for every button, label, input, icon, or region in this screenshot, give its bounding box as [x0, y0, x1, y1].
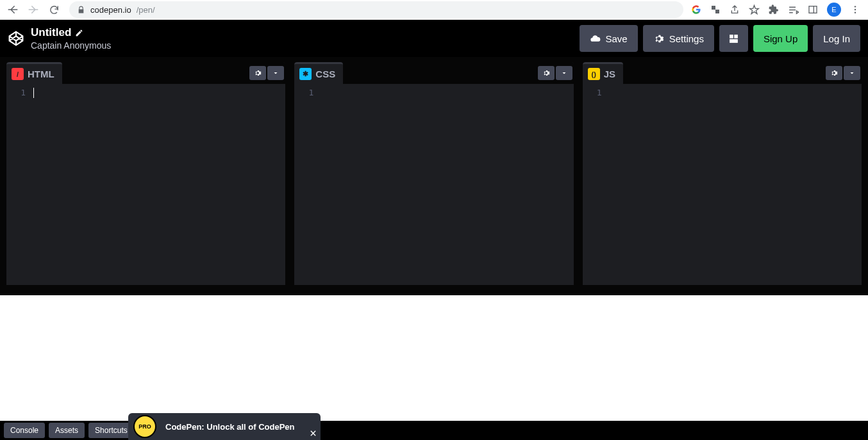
- code-area[interactable]: [32, 88, 285, 285]
- gear-icon: [830, 69, 838, 77]
- svg-rect-6: [734, 35, 738, 38]
- shortcuts-button[interactable]: Shortcuts: [88, 423, 134, 438]
- signup-button[interactable]: Sign Up: [753, 25, 808, 52]
- address-bar[interactable]: codepen.io/pen/: [69, 1, 683, 18]
- reload-button[interactable]: [46, 2, 62, 17]
- url-host: codepen.io: [90, 5, 131, 15]
- star-icon[interactable]: [749, 4, 760, 15]
- pane-lang-label: HTML: [28, 69, 54, 79]
- translate-icon[interactable]: [710, 4, 721, 15]
- editor-row: / HTML 1 ✱ CSS: [0, 57, 868, 285]
- reload-icon: [49, 4, 60, 15]
- pane-dropdown-button[interactable]: [267, 66, 284, 80]
- arrow-left-icon: [7, 4, 19, 15]
- svg-point-4: [855, 12, 856, 13]
- pane-tab[interactable]: / HTML: [6, 62, 62, 84]
- editor-pane-css: ✱ CSS 1: [294, 62, 573, 285]
- layout-button[interactable]: [719, 25, 748, 52]
- chevron-down-icon: [848, 69, 856, 77]
- editor-pane-html: / HTML 1: [6, 62, 285, 285]
- url-path: /pen/: [137, 5, 155, 15]
- footer-bar: Console Assets Shortcuts PRO CodePen: Un…: [0, 421, 868, 440]
- gear-icon: [542, 69, 550, 77]
- back-button[interactable]: [5, 2, 21, 17]
- promo-banner[interactable]: PRO CodePen: Unlock all of CodePen: [128, 413, 321, 440]
- js-badge-icon: (): [588, 68, 600, 80]
- pane-settings-button[interactable]: [538, 66, 555, 80]
- preview-pane[interactable]: [0, 295, 868, 421]
- gear-icon: [254, 69, 262, 77]
- header-actions: Save Settings Sign Up Log In: [580, 25, 861, 52]
- css-badge-icon: ✱: [299, 68, 312, 80]
- resize-handle[interactable]: [0, 285, 868, 295]
- html-badge-icon: /: [12, 68, 24, 80]
- editor-pane-js: () JS 1: [583, 62, 862, 285]
- pane-tab[interactable]: ✱ CSS: [294, 62, 343, 84]
- pane-header: / HTML: [6, 62, 285, 84]
- extensions-icon[interactable]: [769, 4, 779, 15]
- text-cursor: [33, 88, 34, 98]
- pen-title[interactable]: Untitled: [31, 26, 71, 39]
- chevron-down-icon: [272, 69, 280, 77]
- gear-icon: [653, 33, 664, 44]
- code-area[interactable]: [320, 88, 573, 285]
- svg-rect-5: [730, 35, 733, 38]
- code-editor[interactable]: 1: [6, 84, 285, 285]
- pane-settings-button[interactable]: [249, 66, 266, 80]
- pro-badge-icon: PRO: [133, 415, 156, 438]
- pane-header: () JS: [583, 62, 862, 84]
- menu-icon[interactable]: [850, 4, 860, 15]
- assets-button[interactable]: Assets: [49, 423, 85, 438]
- layout-icon: [728, 33, 739, 44]
- cloud-icon: [590, 33, 601, 44]
- app-header: Untitled Captain Anonymous Save Settings…: [0, 20, 868, 57]
- line-gutter: 1: [583, 88, 608, 285]
- close-icon[interactable]: [308, 427, 319, 439]
- svg-point-2: [855, 6, 856, 7]
- google-icon[interactable]: [691, 4, 701, 15]
- line-gutter: 1: [6, 88, 32, 285]
- svg-rect-0: [809, 6, 817, 13]
- svg-point-3: [855, 9, 856, 10]
- pane-tab[interactable]: () JS: [583, 62, 623, 84]
- pane-dropdown-button[interactable]: [844, 66, 860, 80]
- pencil-icon[interactable]: [75, 29, 83, 37]
- code-area[interactable]: [608, 88, 862, 285]
- chevron-down-icon: [560, 69, 568, 77]
- browser-toolbar-right: E: [691, 3, 863, 17]
- panel-icon[interactable]: [808, 4, 818, 15]
- code-editor[interactable]: 1: [294, 84, 573, 285]
- browser-toolbar: codepen.io/pen/ E: [0, 0, 868, 20]
- console-button[interactable]: Console: [4, 423, 45, 438]
- profile-avatar[interactable]: E: [827, 3, 841, 17]
- settings-button[interactable]: Settings: [643, 25, 714, 52]
- pane-lang-label: CSS: [315, 69, 335, 79]
- pen-author[interactable]: Captain Anonymous: [31, 40, 573, 51]
- title-block: Untitled Captain Anonymous: [31, 26, 573, 51]
- login-button[interactable]: Log In: [813, 25, 860, 52]
- pane-lang-label: JS: [604, 69, 615, 79]
- arrow-right-icon: [28, 4, 39, 15]
- lock-icon: [77, 6, 85, 14]
- code-editor[interactable]: 1: [583, 84, 862, 285]
- line-gutter: 1: [294, 88, 320, 285]
- save-button[interactable]: Save: [580, 25, 638, 52]
- forward-button[interactable]: [26, 2, 41, 17]
- pane-settings-button[interactable]: [826, 66, 842, 80]
- svg-rect-7: [730, 39, 738, 43]
- promo-text: CodePen: Unlock all of CodePen: [162, 422, 308, 432]
- pane-header: ✱ CSS: [294, 62, 573, 84]
- pane-dropdown-button[interactable]: [556, 66, 572, 80]
- codepen-logo-icon[interactable]: [8, 30, 24, 47]
- playlist-icon[interactable]: [788, 4, 799, 15]
- share-icon[interactable]: [730, 4, 740, 15]
